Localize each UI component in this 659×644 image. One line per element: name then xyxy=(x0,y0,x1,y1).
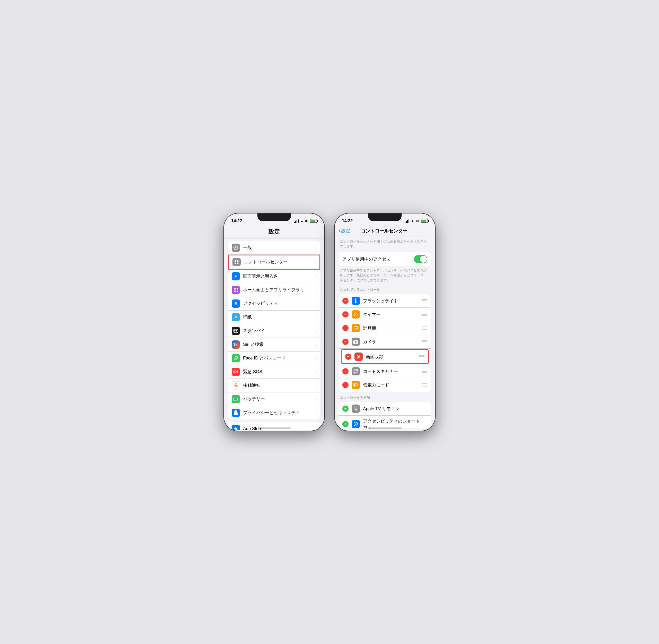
low-power-label: 低電力モード xyxy=(363,382,422,388)
back-arrow-icon: ‹ xyxy=(339,228,340,233)
control-low-power[interactable]: − 低電力モード xyxy=(339,378,431,392)
camera-label: カメラ xyxy=(363,339,422,345)
svg-rect-2 xyxy=(237,260,239,261)
signal-icon-right xyxy=(405,219,409,223)
drag-handle-code-scanner xyxy=(422,370,427,373)
setting-general[interactable]: 一般 › xyxy=(228,241,320,255)
add-appletv[interactable]: + Apple TV リモコン xyxy=(339,402,431,416)
wallpaper-label: 壁紙 xyxy=(243,314,313,320)
general-chevron: › xyxy=(315,246,316,250)
setting-control-center[interactable]: コントロールセンター › xyxy=(228,255,320,270)
setting-siri[interactable]: Siri Siri と検索 › xyxy=(228,338,320,351)
back-button[interactable]: ‹ 設定 xyxy=(339,228,350,234)
low-power-icon xyxy=(352,381,360,389)
appstore-icon xyxy=(232,424,240,430)
exposure-label: 接触通知 xyxy=(243,383,313,388)
svg-point-39 xyxy=(355,329,356,329)
included-section-header: 含まれているコントロール xyxy=(335,286,435,293)
svg-rect-25 xyxy=(234,398,237,400)
svg-rect-55 xyxy=(353,384,355,386)
setting-wallpaper[interactable]: ❊ 壁紙 › xyxy=(228,310,320,324)
sos-icon: SOS xyxy=(232,368,240,376)
svg-point-37 xyxy=(356,328,357,328)
svg-rect-16 xyxy=(236,330,238,331)
battery-label: バッテリー xyxy=(243,396,313,402)
setting-battery[interactable]: バッテリー › xyxy=(228,392,320,406)
svg-rect-1 xyxy=(235,260,236,261)
svg-rect-15 xyxy=(234,330,236,331)
setting-exposure[interactable]: 接触通知 › xyxy=(228,379,320,392)
battery-icon-left xyxy=(310,219,317,223)
control-flashlight[interactable]: − フラッシュライト xyxy=(339,294,431,308)
setting-appstore[interactable]: App Store › xyxy=(228,422,320,430)
svg-point-41 xyxy=(355,341,356,343)
svg-rect-3 xyxy=(235,262,236,264)
svg-rect-31 xyxy=(355,300,356,303)
drag-handle-low-power xyxy=(422,384,427,387)
svg-rect-14 xyxy=(234,329,238,332)
timer-icon xyxy=(352,310,360,319)
setting-privacy[interactable]: プライバシーとセキュリティ › xyxy=(228,406,320,419)
calculator-icon xyxy=(352,324,360,332)
calculator-label: 計算機 xyxy=(363,325,422,331)
display-label: 画面表示と明るさ xyxy=(243,273,313,279)
wifi-icon: ▲ xyxy=(300,219,304,223)
privacy-icon xyxy=(232,409,240,417)
siri-label: Siri と検索 xyxy=(243,341,313,347)
drag-handle-calculator xyxy=(422,326,427,329)
sos-label: 緊急 SOS xyxy=(243,369,313,375)
svg-point-43 xyxy=(357,355,360,358)
svg-rect-8 xyxy=(234,290,235,291)
accessibility-icon: ⊕ xyxy=(232,299,240,308)
home-indicator-right xyxy=(368,428,402,429)
wallpaper-icon: ❊ xyxy=(232,313,240,321)
remove-flashlight[interactable]: − xyxy=(343,298,349,304)
control-center-label: コントロールセンター xyxy=(244,259,312,265)
time-right: 14:22 xyxy=(342,218,353,224)
setting-display[interactable]: ☀ 画面表示と明るさ › xyxy=(228,270,320,283)
setting-accessibility[interactable]: ⊕ アクセシビリティ › xyxy=(228,297,320,310)
setting-standby[interactable]: スタンバイ › xyxy=(228,324,320,338)
wifi-icon-right: ▲ xyxy=(411,219,415,223)
standby-icon xyxy=(232,327,240,335)
remove-camera[interactable]: − xyxy=(343,339,349,345)
add-accessibility-btn[interactable]: + xyxy=(343,421,349,427)
control-screen-record[interactable]: − 画面収録 xyxy=(341,349,429,364)
remove-timer[interactable]: − xyxy=(343,311,349,318)
remove-low-power[interactable]: − xyxy=(343,382,349,388)
exposure-icon xyxy=(232,381,240,390)
accessibility-shortcut-icon xyxy=(352,420,360,428)
svg-point-35 xyxy=(354,328,355,328)
access-toggle[interactable] xyxy=(414,255,427,263)
remove-calculator[interactable]: − xyxy=(343,325,349,331)
control-camera[interactable]: − カメラ xyxy=(339,335,431,349)
control-code-scanner[interactable]: − コードスキ xyxy=(339,365,431,378)
svg-rect-18 xyxy=(236,331,238,332)
svg-point-38 xyxy=(354,329,355,329)
notch xyxy=(257,213,291,221)
control-calculator[interactable]: − 計算機 xyxy=(339,321,431,335)
add-section-header: コントロールを追加 xyxy=(335,392,435,401)
code-scanner-label: コードスキャナー xyxy=(363,368,422,374)
status-icons-right: ▲ 89 xyxy=(405,219,428,223)
access-label: アプリ使用中のアクセス xyxy=(343,256,414,262)
accessibility-label: アクセシビリティ xyxy=(243,300,313,306)
battery-text-right: 89 xyxy=(416,220,419,223)
setting-sos[interactable]: SOS 緊急 SOS › xyxy=(228,365,320,379)
add-appletv-btn[interactable]: + xyxy=(343,406,349,412)
svg-rect-34 xyxy=(354,326,357,327)
display-icon: ☀ xyxy=(232,272,240,280)
add-accessibility-shortcut[interactable]: + アクセシビリティのショートカ… xyxy=(339,416,431,429)
back-label: 設定 xyxy=(342,228,350,234)
setting-faceid[interactable]: Face ID とパスコード › xyxy=(228,351,320,365)
control-center-icon xyxy=(232,258,241,266)
signal-icon xyxy=(294,219,299,223)
remove-code-scanner[interactable]: − xyxy=(343,368,349,374)
privacy-label: プライバシーとセキュリティ xyxy=(243,410,313,416)
setting-homescreen[interactable]: ホーム画面とアプリライブラリ › xyxy=(228,283,320,297)
svg-rect-17 xyxy=(234,331,236,332)
remove-screen-record[interactable]: − xyxy=(345,353,351,360)
screen-record-icon xyxy=(354,352,363,361)
svg-rect-10 xyxy=(237,290,238,291)
control-timer[interactable]: − タイマー xyxy=(339,308,431,321)
